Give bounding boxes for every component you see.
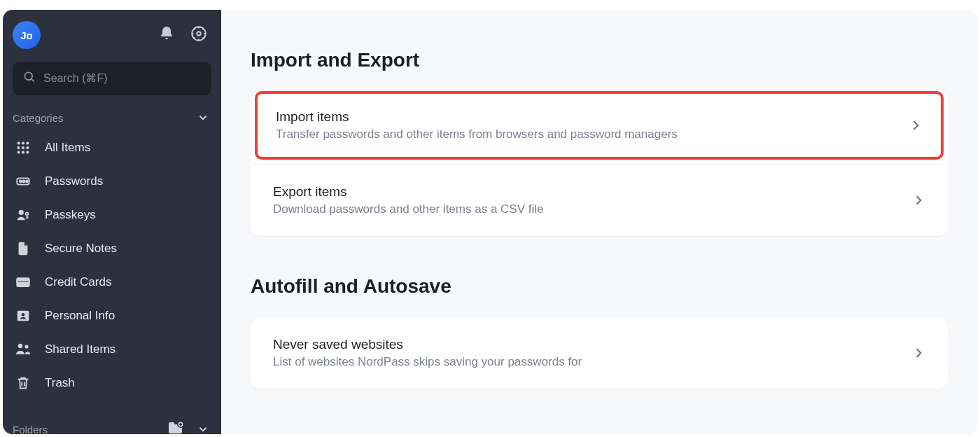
svg-point-4: [22, 142, 24, 145]
chevron-right-icon: [909, 118, 923, 132]
category-list: All Items Passwords Passkeys Secure Note…: [13, 132, 211, 399]
svg-point-7: [22, 146, 24, 149]
section-title-import-export: Import and Export: [251, 49, 948, 71]
sidebar-item-label: Credit Cards: [45, 275, 111, 289]
row-desc: Transfer passwords and other items from …: [276, 127, 678, 141]
categories-header[interactable]: Categories: [13, 105, 211, 132]
note-icon: [14, 240, 32, 258]
svg-rect-19: [17, 280, 29, 282]
sidebar-item-passkeys[interactable]: Passkeys: [13, 199, 211, 231]
search-icon: [22, 70, 36, 87]
svg-point-15: [26, 181, 28, 183]
sidebar-item-credit-cards[interactable]: Credit Cards: [13, 266, 211, 298]
avatar[interactable]: Jo: [13, 21, 41, 49]
notifications-button[interactable]: [157, 25, 176, 45]
svg-point-1: [197, 32, 200, 35]
avatar-initials: Jo: [20, 29, 33, 41]
search-input[interactable]: [43, 72, 202, 85]
chevron-right-icon: [911, 193, 925, 207]
svg-point-11: [26, 151, 29, 153]
categories-label: Categories: [13, 112, 64, 124]
row-text: Import items Transfer passwords and othe…: [276, 109, 678, 141]
svg-point-10: [22, 151, 24, 153]
settings-row-import-items[interactable]: Import items Transfer passwords and othe…: [255, 91, 944, 160]
sidebar-item-label: Shared Items: [45, 342, 115, 356]
sidebar-top: Jo: [13, 20, 211, 62]
shared-icon: [14, 340, 32, 359]
section-title-autofill: Autofill and Autosave: [251, 275, 948, 298]
sidebar-item-personal-info[interactable]: Personal Info: [13, 300, 211, 332]
sidebar-item-label: Personal Info: [45, 309, 115, 323]
sidebar-item-all-items[interactable]: All Items: [13, 132, 211, 164]
row-title: Export items: [273, 184, 543, 200]
add-folder-icon[interactable]: [167, 420, 185, 434]
bell-icon: [158, 25, 175, 45]
app-root: Jo Categories: [3, 10, 977, 434]
password-icon: [14, 172, 32, 190]
row-desc: Download passwords and other items as a …: [273, 202, 543, 216]
sidebar-item-shared-items[interactable]: Shared Items: [13, 333, 211, 366]
chevron-right-icon: [911, 346, 925, 360]
search-box[interactable]: [13, 62, 211, 95]
svg-point-22: [18, 344, 22, 348]
sidebar-item-label: Passkeys: [45, 208, 96, 222]
main-content: Import and Export Import items Transfer …: [221, 10, 977, 434]
svg-point-16: [19, 210, 24, 215]
credit-card-icon: [14, 273, 32, 291]
svg-point-13: [20, 181, 22, 183]
chevron-down-icon[interactable]: [195, 421, 211, 434]
svg-point-6: [18, 146, 20, 149]
sidebar-item-passwords[interactable]: Passwords: [13, 165, 211, 197]
row-title: Never saved websites: [273, 337, 582, 352]
svg-point-8: [26, 146, 29, 149]
svg-point-3: [18, 142, 20, 145]
svg-point-21: [22, 313, 25, 317]
autofill-card: Never saved websites List of websites No…: [251, 317, 948, 389]
top-icons: [157, 25, 209, 45]
folders-header[interactable]: Folders: [13, 417, 211, 434]
gear-icon: [190, 25, 208, 46]
grid-icon: [14, 139, 32, 157]
svg-point-9: [18, 151, 20, 153]
trash-icon: [14, 374, 32, 392]
svg-point-5: [26, 142, 29, 145]
chevron-down-icon: [195, 109, 211, 126]
settings-row-export-items[interactable]: Export items Download passwords and othe…: [251, 165, 948, 236]
settings-button[interactable]: [189, 25, 209, 45]
sidebar-item-secure-notes[interactable]: Secure Notes: [13, 233, 211, 265]
sidebar-item-label: Secure Notes: [45, 242, 117, 256]
folders-actions: [167, 420, 211, 434]
row-desc: List of websites NordPass skips saving y…: [273, 355, 582, 369]
row-text: Export items Download passwords and othe…: [273, 184, 543, 216]
svg-point-14: [22, 181, 24, 183]
sidebar-item-label: All Items: [45, 141, 90, 155]
import-export-card: Import items Transfer passwords and othe…: [251, 91, 948, 236]
row-text: Never saved websites List of websites No…: [273, 337, 582, 369]
sidebar-item-label: Trash: [45, 376, 75, 390]
sidebar-item-trash[interactable]: Trash: [13, 367, 211, 399]
id-card-icon: [14, 307, 32, 325]
svg-point-2: [24, 72, 32, 80]
passkey-icon: [14, 206, 32, 224]
sidebar: Jo Categories: [3, 10, 221, 434]
row-title: Import items: [276, 109, 678, 125]
sidebar-item-label: Passwords: [45, 174, 103, 188]
settings-row-never-saved[interactable]: Never saved websites List of websites No…: [251, 317, 948, 389]
folders-label: Folders: [13, 424, 48, 435]
svg-point-23: [24, 345, 28, 348]
svg-point-17: [26, 212, 29, 215]
